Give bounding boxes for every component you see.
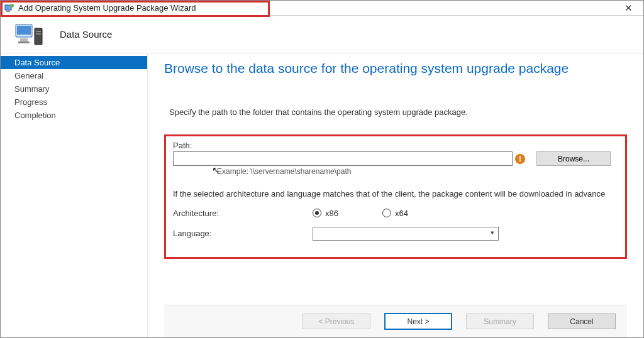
sidebar-item-summary[interactable]: Summary (1, 82, 147, 95)
sidebar-item-label: Data Source (14, 58, 60, 67)
path-label: Path: (173, 141, 618, 150)
example-text: ↖ Example: \\servername\sharename\path (173, 167, 618, 176)
sidebar-item-label: Completion (14, 111, 56, 120)
sidebar-item-label: Progress (14, 97, 47, 107)
radio-x86[interactable]: x86 (313, 209, 338, 218)
app-icon (4, 3, 14, 13)
radio-icon (382, 209, 391, 217)
path-input[interactable] (173, 151, 513, 166)
titlebar: Add Operating System Upgrade Package Wiz… (1, 1, 643, 16)
sidebar-item-completion[interactable]: Completion (1, 109, 147, 122)
next-button[interactable]: Next > (384, 313, 452, 330)
language-label: Language: (173, 229, 313, 238)
instruction-text: Specify the path to the folder that cont… (164, 107, 627, 117)
summary-button: Summary (466, 313, 534, 329)
previous-button: < Previous (303, 313, 370, 329)
svg-rect-4 (17, 26, 31, 35)
sidebar-item-label: Summary (14, 84, 50, 94)
svg-rect-7 (35, 28, 42, 45)
svg-rect-5 (20, 38, 28, 41)
svg-point-2 (10, 4, 14, 8)
header-title: Data Source (60, 29, 112, 40)
close-button[interactable]: ✕ (618, 2, 638, 14)
architecture-radio-group: x86 x64 (313, 209, 408, 218)
svg-rect-6 (18, 41, 30, 43)
wizard-body: Data Source General Summary Progress Com… (1, 53, 643, 337)
wizard-main: Browse to the data source for the operat… (148, 53, 643, 337)
close-icon: ✕ (625, 3, 633, 14)
window-title: Add Operating System Upgrade Package Wiz… (18, 3, 196, 13)
svg-rect-1 (6, 11, 10, 12)
wizard-header: Data Source (1, 16, 643, 53)
architecture-label: Architecture: (173, 209, 313, 218)
wizard-footer: < Previous Next > Summary Cancel (164, 305, 627, 337)
page-heading: Browse to the data source for the operat… (164, 61, 627, 76)
language-select[interactable] (313, 227, 499, 241)
radio-label: x64 (395, 209, 408, 218)
sidebar-item-general[interactable]: General (1, 69, 147, 82)
svg-rect-8 (36, 31, 41, 32)
svg-rect-9 (36, 33, 41, 35)
error-icon: ! (515, 154, 525, 164)
wizard-window: Add Operating System Upgrade Package Wiz… (0, 0, 644, 338)
radio-x64[interactable]: x64 (382, 209, 408, 218)
radio-label: x86 (325, 209, 338, 218)
browse-button[interactable]: Browse... (536, 151, 611, 166)
architecture-note: If the selected architecture and languag… (173, 188, 618, 200)
header-computer-icon (14, 22, 45, 47)
radio-icon (313, 209, 321, 217)
form-area: Path: ! Browse... ↖ Example: \\servernam… (164, 134, 627, 249)
cancel-button[interactable]: Cancel (548, 313, 616, 329)
sidebar-item-data-source[interactable]: Data Source (1, 56, 147, 69)
sidebar-item-progress[interactable]: Progress (1, 95, 147, 109)
sidebar-item-label: General (14, 71, 43, 80)
wizard-sidebar: Data Source General Summary Progress Com… (1, 53, 148, 337)
